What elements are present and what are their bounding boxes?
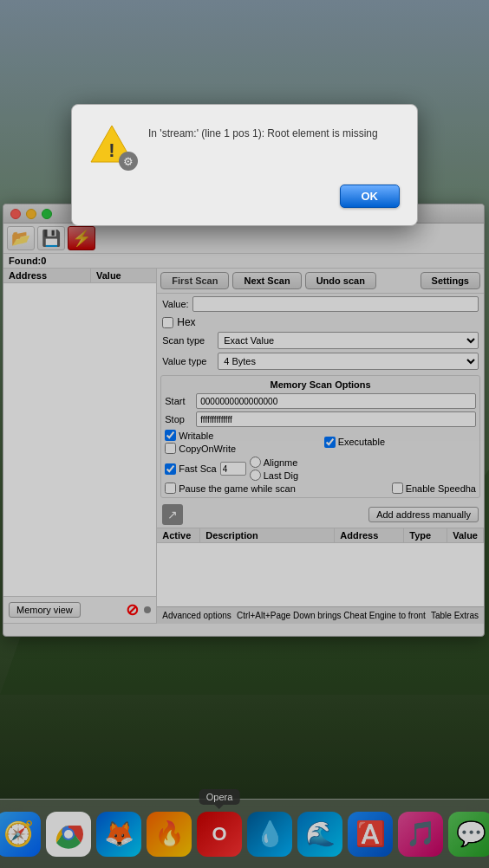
error-dialog: ! ⚙ In 'stream:' (line 1 pos 1): Root el…	[71, 104, 418, 226]
dialog-message: In 'stream:' (line 1 pos 1): Root elemen…	[148, 122, 378, 141]
desktop: 📂 💾 ⚡ Found:0 Address Value M	[0, 0, 489, 868]
dialog-buttons: OK	[89, 185, 400, 208]
dialog-content: ! ⚙ In 'stream:' (line 1 pos 1): Root el…	[89, 122, 400, 167]
gear-overlay-icon: ⚙	[119, 152, 138, 171]
dialog-overlay: ! ⚙ In 'stream:' (line 1 pos 1): Root el…	[0, 0, 489, 868]
warning-icon: ! ⚙	[89, 122, 134, 167]
svg-text:!: !	[108, 139, 114, 161]
ok-button[interactable]: OK	[340, 185, 401, 208]
